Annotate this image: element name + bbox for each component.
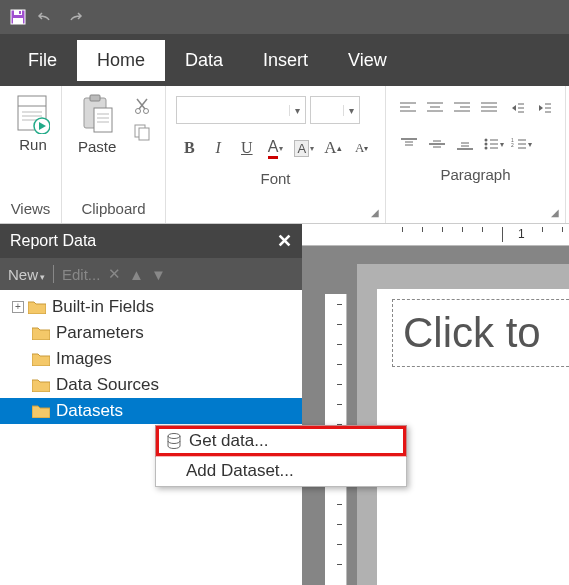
svg-rect-2	[13, 18, 23, 24]
cut-button[interactable]	[130, 94, 154, 118]
svg-rect-3	[19, 11, 21, 14]
paste-label: Paste	[78, 138, 116, 155]
tab-home[interactable]: Home	[77, 40, 165, 81]
paste-icon	[80, 94, 114, 136]
redo-button[interactable]	[62, 5, 86, 29]
ribbon: Run Views Paste	[0, 86, 569, 224]
underline-button[interactable]: U	[233, 134, 260, 162]
save-icon	[10, 9, 26, 25]
move-up-button[interactable]: ▲	[128, 266, 144, 282]
copy-button[interactable]	[130, 120, 154, 144]
numbering-button[interactable]: 12▾	[508, 132, 534, 156]
tab-view[interactable]: View	[328, 40, 407, 81]
font-dialog-launcher[interactable]: ◢	[371, 207, 383, 219]
move-down-button[interactable]: ▼	[150, 266, 166, 282]
svg-point-63	[168, 434, 180, 439]
font-color-button[interactable]: A▾	[262, 134, 289, 162]
clipboard-group-label: Clipboard	[68, 196, 159, 223]
tab-file[interactable]: File	[8, 40, 77, 81]
views-group-label: Views	[6, 196, 55, 223]
undo-button[interactable]	[34, 5, 58, 29]
align-middle-button[interactable]	[424, 132, 450, 156]
ribbon-group-views: Run Views	[0, 86, 62, 223]
ribbon-group-font: ▾ ▾ B I U A▾ A▾ A▴ A▾ Font ◢	[166, 86, 386, 223]
tree-item-datasources[interactable]: Data Sources	[0, 372, 302, 398]
font-group-label: Font	[172, 166, 379, 193]
folder-icon	[32, 378, 50, 392]
paste-button[interactable]: Paste	[68, 90, 126, 159]
panel-title-bar: Report Data ✕	[0, 224, 302, 258]
title-placeholder[interactable]: Click to	[392, 299, 569, 367]
svg-point-53	[484, 143, 487, 146]
chevron-down-icon: ▾	[343, 105, 359, 116]
design-surface[interactable]: 1 Click to	[302, 224, 569, 585]
tree-item-images[interactable]: Images	[0, 346, 302, 372]
report-data-panel: Report Data ✕ New▾ Edit... ✕ ▲ ▼ + Built…	[0, 224, 302, 585]
tab-data[interactable]: Data	[165, 40, 243, 81]
align-bottom-button[interactable]	[452, 132, 478, 156]
increase-indent-button[interactable]	[530, 96, 555, 120]
bullets-button[interactable]: ▾	[480, 132, 506, 156]
align-left-button[interactable]	[396, 96, 421, 120]
highlight-button[interactable]: A▾	[291, 134, 318, 162]
run-button[interactable]: Run	[6, 90, 60, 157]
run-label: Run	[19, 136, 47, 153]
main-area: Report Data ✕ New▾ Edit... ✕ ▲ ▼ + Built…	[0, 224, 569, 585]
align-right-button[interactable]	[450, 96, 475, 120]
folder-icon	[32, 326, 50, 340]
folder-icon	[32, 404, 50, 418]
italic-button[interactable]: I	[205, 134, 232, 162]
paragraph-group-label: Paragraph	[392, 162, 559, 189]
undo-icon	[37, 10, 55, 24]
tree-item-parameters[interactable]: Parameters	[0, 320, 302, 346]
folder-icon	[28, 300, 46, 314]
save-button[interactable]	[6, 5, 30, 29]
decrease-indent-button[interactable]	[503, 96, 528, 120]
chevron-down-icon: ▾	[289, 105, 305, 116]
svg-marker-39	[539, 105, 543, 111]
svg-text:2: 2	[511, 142, 514, 148]
edit-button[interactable]: Edit...	[62, 266, 100, 283]
title-bar	[0, 0, 569, 34]
svg-rect-12	[90, 95, 100, 101]
tree-view: + Built-in Fields Parameters Images Data…	[0, 290, 302, 585]
panel-toolbar: New▾ Edit... ✕ ▲ ▼	[0, 258, 302, 290]
ribbon-group-clipboard: Paste Clipbo	[62, 86, 166, 223]
svg-rect-13	[94, 108, 112, 132]
context-menu: Get data... Add Dataset...	[155, 425, 407, 487]
svg-marker-35	[512, 105, 516, 111]
align-center-button[interactable]	[423, 96, 448, 120]
context-add-dataset[interactable]: Add Dataset...	[156, 456, 406, 486]
svg-point-52	[484, 139, 487, 142]
redo-icon	[65, 10, 83, 24]
panel-close-button[interactable]: ✕	[277, 230, 292, 252]
tree-item-datasets[interactable]: Datasets	[0, 398, 302, 424]
bold-button[interactable]: B	[176, 134, 203, 162]
paragraph-dialog-launcher[interactable]: ◢	[551, 207, 563, 219]
font-family-combo[interactable]: ▾	[176, 96, 306, 124]
copy-icon	[133, 123, 151, 141]
font-size-combo[interactable]: ▾	[310, 96, 360, 124]
grow-font-button[interactable]: A▴	[320, 134, 347, 162]
svg-point-54	[484, 147, 487, 150]
folder-icon	[32, 352, 50, 366]
horizontal-ruler: 1	[302, 224, 569, 246]
new-button[interactable]: New▾	[8, 266, 45, 283]
cut-icon	[133, 97, 151, 115]
database-icon	[165, 432, 183, 450]
menu-bar: File Home Data Insert View	[0, 34, 569, 86]
tree-item-builtin[interactable]: + Built-in Fields	[0, 294, 302, 320]
context-get-data[interactable]: Get data...	[156, 426, 406, 456]
ribbon-group-paragraph: ▾ 12▾ Paragraph ◢	[386, 86, 566, 223]
tab-insert[interactable]: Insert	[243, 40, 328, 81]
delete-button[interactable]: ✕	[106, 266, 122, 282]
expand-icon[interactable]: +	[12, 301, 24, 313]
panel-title: Report Data	[10, 232, 96, 250]
justify-button[interactable]	[476, 96, 501, 120]
run-icon	[16, 94, 50, 134]
shrink-font-button[interactable]: A▾	[348, 134, 375, 162]
svg-rect-22	[139, 128, 149, 140]
align-top-button[interactable]	[396, 132, 422, 156]
